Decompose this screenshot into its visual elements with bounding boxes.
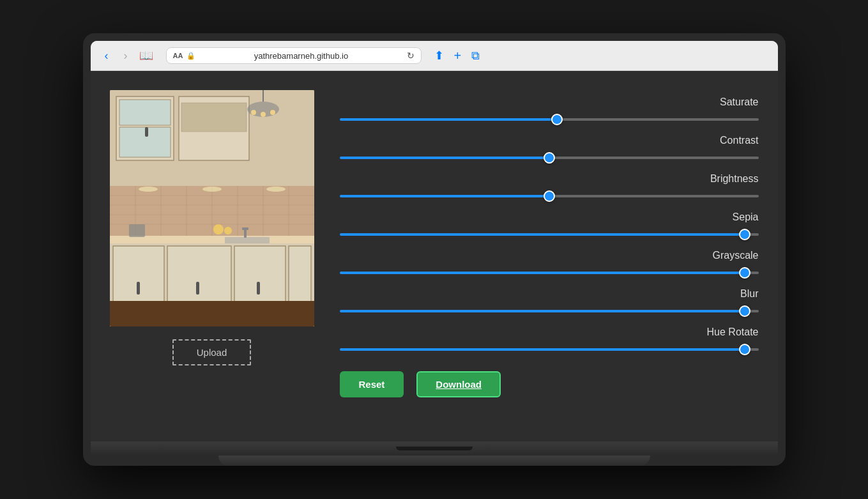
- svg-point-39: [266, 187, 286, 192]
- blur-slider-track: [340, 305, 759, 318]
- saturate-label: Saturate: [720, 96, 758, 108]
- svg-rect-36: [110, 301, 314, 326]
- toolbar-actions: ⬆ + ⧉: [434, 49, 480, 63]
- sepia-slider-track: [340, 228, 759, 241]
- brightness-label: Brightness: [710, 173, 759, 185]
- svg-point-10: [251, 110, 256, 115]
- grayscale-slider[interactable]: [340, 272, 759, 274]
- svg-point-11: [261, 112, 266, 117]
- back-button[interactable]: ‹: [101, 49, 112, 63]
- contrast-slider-track: [340, 151, 759, 164]
- grayscale-control: Grayscale: [340, 250, 759, 279]
- hue-rotate-slider-track: [340, 343, 759, 356]
- blur-control: Blur: [340, 288, 759, 318]
- sepia-control: Sepia: [340, 211, 759, 241]
- forward-button[interactable]: ›: [120, 49, 132, 63]
- brightness-slider-track: [340, 190, 759, 203]
- new-tab-icon[interactable]: +: [454, 49, 462, 63]
- brightness-slider[interactable]: [340, 195, 759, 197]
- saturate-slider-track: [340, 113, 759, 126]
- laptop-stand: [218, 456, 650, 466]
- hue-rotate-slider[interactable]: [340, 348, 759, 351]
- contrast-control: Contrast: [340, 135, 759, 164]
- svg-rect-32: [196, 282, 199, 295]
- hue-rotate-label: Hue Rotate: [707, 326, 759, 338]
- brightness-control: Brightness: [340, 173, 759, 203]
- laptop-frame: ‹ › 📖 AA 🔒 yathrebamarneh.github.io ↻ ⬆ …: [83, 33, 786, 466]
- saturate-control: Saturate: [340, 96, 759, 126]
- svg-point-38: [202, 187, 222, 192]
- svg-point-12: [270, 110, 275, 115]
- sepia-slider[interactable]: [340, 233, 759, 236]
- action-buttons: Reset Download: [340, 371, 759, 397]
- browser-toolbar: ‹ › 📖 AA 🔒 yathrebamarneh.github.io ↻ ⬆ …: [91, 41, 778, 71]
- laptop-notch: [396, 447, 473, 450]
- svg-rect-43: [129, 224, 145, 237]
- browser-window: ‹ › 📖 AA 🔒 yathrebamarneh.github.io ↻ ⬆ …: [91, 41, 778, 441]
- tabs-icon[interactable]: ⧉: [471, 49, 480, 63]
- lock-icon: 🔒: [187, 52, 195, 60]
- svg-point-45: [224, 227, 232, 234]
- kitchen-svg: [110, 90, 314, 326]
- hue-rotate-control: Hue Rotate: [340, 326, 759, 356]
- image-panel: Upload: [110, 90, 314, 365]
- grayscale-label: Grayscale: [712, 250, 758, 261]
- url-text[interactable]: yathrebamarneh.github.io: [199, 51, 402, 61]
- contrast-slider[interactable]: [340, 157, 759, 159]
- svg-rect-42: [242, 227, 248, 230]
- saturate-slider[interactable]: [340, 118, 759, 121]
- svg-point-37: [139, 187, 158, 192]
- app-content: Upload Saturate Contrast: [91, 71, 778, 441]
- controls-panel: Saturate Contrast Brightness: [340, 90, 759, 397]
- image-container: [110, 90, 314, 326]
- svg-rect-3: [119, 100, 171, 125]
- contrast-label: Contrast: [720, 135, 758, 146]
- svg-point-44: [213, 224, 224, 234]
- sepia-label: Sepia: [733, 211, 759, 223]
- bookmarks-icon[interactable]: 📖: [139, 49, 153, 63]
- blur-slider[interactable]: [340, 310, 759, 312]
- address-bar: AA 🔒 yathrebamarneh.github.io ↻: [166, 47, 422, 64]
- svg-rect-33: [257, 282, 260, 295]
- svg-rect-5: [145, 127, 148, 137]
- svg-rect-40: [225, 237, 270, 243]
- svg-rect-7: [181, 103, 247, 132]
- blur-label: Blur: [740, 288, 758, 300]
- grayscale-slider-track: [340, 266, 759, 279]
- svg-rect-31: [137, 282, 140, 295]
- preview-image: [110, 90, 314, 326]
- download-button[interactable]: Download: [416, 371, 501, 397]
- share-icon[interactable]: ⬆: [434, 49, 444, 63]
- reload-icon[interactable]: ↻: [407, 50, 415, 61]
- aa-label[interactable]: AA: [173, 52, 183, 59]
- laptop-base: [91, 441, 778, 456]
- reset-button[interactable]: Reset: [340, 371, 404, 397]
- upload-button[interactable]: Upload: [172, 339, 252, 365]
